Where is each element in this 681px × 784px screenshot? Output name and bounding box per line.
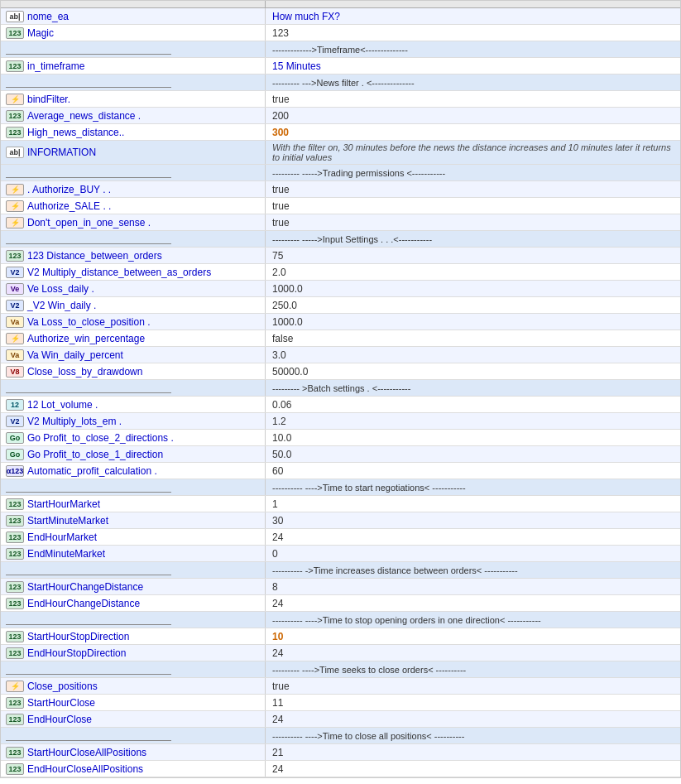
var-column: 123EndHourCloseAllPositions (1, 761, 266, 777)
table-row[interactable]: ⚡Authorize_win_percentagefalse (1, 330, 680, 347)
table-row[interactable]: ---------- ---->Time to stop opening ord… (1, 612, 680, 628)
table-row[interactable]: V8Close_loss_by_drawdown50000.0 (1, 363, 680, 380)
val-text: ------------->Timeframe<-------------- (272, 45, 408, 55)
table-row[interactable]: α123Automatic_profit_calculation .60 (1, 463, 680, 479)
table-row[interactable]: ---------- ->Time increases distance bet… (1, 562, 680, 579)
var-column: ⚡Authorize_SALE . . (1, 198, 266, 214)
table-row[interactable]: ⚡. Authorize_BUY . .true (1, 181, 680, 198)
table-row[interactable]: --------- ----->Trading permissions <---… (1, 165, 680, 181)
table-row[interactable]: ⚡Authorize_SALE . .true (1, 198, 680, 214)
val-text: 24 (272, 647, 283, 659)
table-row[interactable]: --------- ----->Input Settings . . .<---… (1, 231, 680, 248)
val-column: 2.0 (266, 264, 680, 280)
table-row[interactable]: ab|nome_eaHow much FX? (1, 8, 680, 25)
var-column: 123EndMinuteMarket (1, 546, 266, 561)
var-column (1, 728, 266, 743)
var-column (1, 612, 266, 628)
table-row[interactable]: V2V2 Multiply_lots_em .1.2 (1, 413, 680, 430)
var-name: in_timeframe (27, 60, 84, 72)
table-row[interactable]: 123High_news_distance..300 (1, 124, 680, 141)
val-column: 8 (266, 579, 680, 594)
table-row[interactable]: --------- >Batch settings . <----------- (1, 380, 680, 397)
table-row[interactable]: 123EndHourClose24 (1, 711, 680, 728)
var-column: 123Average_news_distance . (1, 108, 266, 123)
table-row[interactable]: 123StartMinuteMarket30 (1, 512, 680, 529)
var-column: V2V2 Multiply_distance_between_as_orders (1, 264, 266, 280)
table-row[interactable]: --------- --->News filter . <-----------… (1, 75, 680, 91)
table-row[interactable]: 123StartHourMarket1 (1, 496, 680, 512)
var-underline (6, 168, 171, 178)
val-column: 24 (266, 711, 680, 727)
var-name: Average_news_distance . (27, 110, 141, 122)
table-row[interactable]: 123StartHourStopDirection10 (1, 628, 680, 645)
table-row[interactable]: 123Magic123 (1, 25, 680, 41)
val-column: ------------->Timeframe<-------------- (266, 41, 680, 57)
table-row[interactable]: V2_V2 Win_daily .250.0 (1, 297, 680, 314)
val-text: 50000.0 (272, 366, 308, 378)
val-column: true (266, 678, 680, 694)
type-badge: 123 (6, 498, 24, 510)
var-name: StartHourMarket (27, 498, 100, 510)
table-row[interactable]: 123StartHourCloseAllPositions21 (1, 744, 680, 761)
val-column: 10.0 (266, 430, 680, 445)
table-row[interactable]: VaVa Loss_to_close_position .1000.0 (1, 314, 680, 330)
val-text: false (272, 333, 293, 344)
val-column: 1.2 (266, 413, 680, 429)
table-row[interactable]: ab|INFORMATIONWith the filter on, 30 min… (1, 141, 680, 165)
table-row[interactable]: 123EndHourChangeDistance24 (1, 595, 680, 612)
type-badge: 123 (6, 763, 24, 775)
val-column: 200 (266, 108, 680, 123)
table-row[interactable]: ⚡Close_positionstrue (1, 678, 680, 695)
var-column: 123EndHourStopDirection (1, 645, 266, 661)
table-row[interactable]: VeVe Loss_daily .1000.0 (1, 281, 680, 297)
table-row[interactable]: 123EndHourCloseAllPositions24 (1, 761, 680, 777)
val-text: --------- >Batch settings . <----------- (272, 383, 410, 393)
var-column: ⚡Authorize_win_percentage (1, 330, 266, 346)
type-badge: Go (6, 432, 24, 444)
type-badge: V2 (6, 267, 24, 278)
type-badge: ab| (6, 11, 24, 22)
val-text: true (272, 681, 290, 692)
main-table: ab|nome_eaHow much FX?123Magic123-------… (0, 0, 681, 778)
table-row[interactable]: 123EndHourStopDirection24 (1, 645, 680, 661)
table-row[interactable]: VaVa Win_daily_percent3.0 (1, 347, 680, 363)
table-row[interactable]: ---------- ---->Time to close all positi… (1, 728, 680, 744)
table-row[interactable]: ⚡Don't_open_in_one_sense .true (1, 214, 680, 231)
var-column: ab|nome_ea (1, 8, 266, 24)
table-row[interactable]: V2V2 Multiply_distance_between_as_orders… (1, 264, 680, 281)
table-row[interactable]: ---------- ---->Time to start negotiatio… (1, 479, 680, 496)
table-row[interactable]: GoGo Profit_to_close_2_directions .10.0 (1, 430, 680, 446)
type-badge: V2 (6, 416, 24, 427)
val-text: true (272, 184, 290, 195)
val-column: 250.0 (266, 297, 680, 313)
table-row[interactable]: ⚡bindFilter.true (1, 91, 680, 108)
table-row[interactable]: 1212 Lot_volume .0.06 (1, 397, 680, 413)
table-row[interactable]: --------- ---->Time seeks to close order… (1, 661, 680, 678)
val-column: 1 (266, 496, 680, 512)
val-text: How much FX? (272, 11, 340, 22)
val-column: 123 (266, 25, 680, 41)
val-text: 1.2 (272, 416, 286, 427)
table-row[interactable]: 123StartHourChangeDistance8 (1, 579, 680, 595)
type-badge: 12 (6, 399, 24, 411)
var-underline (6, 383, 171, 393)
var-underline (6, 234, 171, 244)
val-column: 30 (266, 512, 680, 528)
table-row[interactable]: GoGo Profit_to_close_1_direction50.0 (1, 446, 680, 463)
var-name: Va Win_daily_percent (27, 349, 123, 361)
val-text: 24 (272, 763, 283, 775)
table-row[interactable]: 123StartHourClose11 (1, 695, 680, 711)
var-column (1, 562, 266, 578)
val-text: --------- ----->Input Settings . . .<---… (272, 234, 432, 244)
table-row[interactable]: 123in_timeframe15 Minutes (1, 58, 680, 75)
table-row[interactable]: ------------->Timeframe<-------------- (1, 41, 680, 58)
table-row[interactable]: 123EndMinuteMarket0 (1, 546, 680, 562)
var-column: 123StartHourChangeDistance (1, 579, 266, 594)
table-row[interactable]: 123EndHourMarket24 (1, 529, 680, 546)
val-text: 15 Minutes (272, 60, 321, 72)
val-text: 24 (272, 714, 283, 725)
table-row[interactable]: 123123 Distance_between_orders75 (1, 248, 680, 264)
type-badge: Go (6, 449, 24, 460)
table-row[interactable]: 123Average_news_distance .200 (1, 108, 680, 124)
type-badge: Ve (6, 283, 24, 295)
